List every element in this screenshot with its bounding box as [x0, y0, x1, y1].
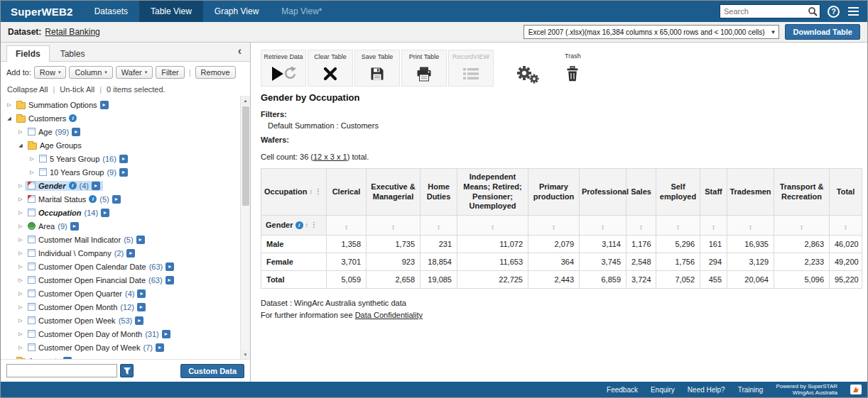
tree-item-customers[interactable]: ◢Customersi: [2, 111, 237, 125]
settings-button[interactable]: [511, 50, 543, 87]
add-field-arrow-icon[interactable]: ▸: [137, 289, 146, 298]
column-sort-cell[interactable]: ▲▼: [457, 216, 528, 236]
info-icon[interactable]: i: [295, 221, 303, 229]
column-sort-cell[interactable]: ▲▼: [830, 216, 862, 236]
footer-link-training[interactable]: Training: [738, 386, 764, 394]
expand-toggle-icon[interactable]: ▷: [28, 156, 36, 162]
tree-item-age[interactable]: ▷Age(99)▸: [2, 125, 237, 138]
footer-link-feedback[interactable]: Feedback: [607, 386, 638, 394]
expand-toggle-icon[interactable]: ▷: [16, 223, 25, 229]
add-field-arrow-icon[interactable]: ▸: [100, 101, 109, 109]
column-header-independent-means-retired-pensioner-unemployed[interactable]: Independent Means; Retired; Pensioner; U…: [457, 169, 528, 216]
save-table-button[interactable]: Save Table: [354, 50, 400, 87]
sort-icon[interactable]: ▲▼: [345, 225, 347, 231]
column-sort-cell[interactable]: ▲▼: [656, 216, 700, 236]
column-header-tradesmen[interactable]: Tradesmen: [727, 169, 774, 216]
column-header-self-employed[interactable]: Self employed: [656, 169, 700, 216]
expand-toggle-icon[interactable]: ▷: [16, 210, 25, 216]
filter-button[interactable]: Filter: [156, 66, 184, 79]
sort-icon[interactable]: ▲▼: [844, 225, 847, 231]
add-field-arrow-icon[interactable]: ▸: [126, 249, 135, 258]
scroll-down-icon[interactable]: ▼: [241, 350, 250, 359]
column-sort-cell[interactable]: ▲▼: [700, 216, 727, 236]
tree-item-gender[interactable]: ▷Genderi(4)▸: [2, 179, 237, 192]
tree-item-customer-open-day-of-week[interactable]: ▷Customer Open Day of Week(7)▸: [2, 341, 237, 354]
add-field-arrow-icon[interactable]: ▸: [136, 236, 145, 244]
expand-toggle-icon[interactable]: ▷: [16, 129, 25, 135]
expand-toggle-icon[interactable]: ▷: [5, 358, 13, 360]
data-confidentiality-link[interactable]: Data Confidentiality: [355, 311, 423, 319]
sort-icon[interactable]: ▲▼: [749, 225, 752, 231]
expand-toggle-icon[interactable]: ▷: [16, 304, 25, 310]
sort-icon[interactable]: ▲▼: [310, 189, 313, 195]
sort-icon[interactable]: ▲▼: [437, 225, 440, 231]
tree-item-summation-options[interactable]: ▷Summation Options▸: [2, 98, 237, 111]
tree-item-area[interactable]: ▷Area(9)▸: [2, 219, 237, 233]
remove-button[interactable]: Remove: [195, 66, 236, 79]
cell-count-link[interactable]: 12 x 3 x 1: [313, 153, 347, 161]
sort-icon[interactable]: ▲▼: [491, 225, 494, 231]
expand-toggle-icon[interactable]: ▷: [16, 277, 25, 283]
expand-toggle-icon[interactable]: ▷: [5, 102, 13, 108]
tab-fields[interactable]: Fields: [6, 45, 50, 62]
expand-toggle-icon[interactable]: ▷: [16, 291, 25, 297]
add-field-arrow-icon[interactable]: ▸: [135, 316, 143, 325]
sort-icon[interactable]: ▲▼: [712, 225, 715, 231]
column-header-professional[interactable]: Professional: [580, 169, 626, 216]
add-field-arrow-icon[interactable]: ▸: [101, 209, 109, 217]
column-header-total[interactable]: Total: [830, 169, 862, 216]
tree-item-age-groups[interactable]: ◢Age Groups: [2, 138, 237, 152]
add-field-arrow-icon[interactable]: ▸: [72, 128, 80, 136]
sort-icon[interactable]: ▲▼: [601, 225, 604, 231]
column-sort-cell[interactable]: ▲▼: [774, 216, 830, 236]
column-sort-cell[interactable]: ▲▼: [727, 216, 774, 236]
column-sort-cell[interactable]: ▲▼: [580, 216, 626, 236]
untick-all-link[interactable]: Un-tick All: [60, 85, 94, 94]
add-field-arrow-icon[interactable]: ▸: [166, 262, 174, 271]
tree-item-customer-open-financial-date[interactable]: ▷Customer Open Financial Date(63)▸: [2, 273, 237, 287]
column-header-executive-managerial[interactable]: Executive & Managerial: [367, 169, 421, 216]
add-field-arrow-icon[interactable]: ▸: [137, 303, 146, 311]
expand-toggle-icon[interactable]: ▷: [16, 197, 25, 202]
add-field-arrow-icon[interactable]: ▸: [119, 155, 128, 163]
clear-table-button[interactable]: Clear Table: [308, 50, 353, 87]
tree-scrollbar[interactable]: ▲ ▼: [240, 96, 250, 359]
collapse-toggle-icon[interactable]: ◢: [16, 143, 25, 148]
footer-link-need-help[interactable]: Need Help?: [688, 386, 725, 394]
tree-item-customer-mail-indicator[interactable]: ▷Customer Mail Indicator(5)▸: [2, 233, 237, 246]
row-dimension-header[interactable]: Genderi▲▼⋮: [261, 216, 327, 236]
add-field-arrow-icon[interactable]: ▸: [112, 195, 121, 204]
export-format-select[interactable]: Excel 2007 (.xlsx)(max 16,384 columns x …: [523, 25, 780, 39]
scrollbar-thumb[interactable]: [242, 106, 249, 206]
column-header-staff[interactable]: Staff: [700, 169, 727, 216]
expand-toggle-icon[interactable]: ▷: [16, 237, 25, 243]
column-header-home-duties[interactable]: Home Duties: [421, 169, 457, 216]
tree-item-customer-open-week[interactable]: ▷Customer Open Week(53)▸: [2, 314, 237, 327]
tree-item-customer-open-quarter[interactable]: ▷Customer Open Quarter(4)▸: [2, 287, 237, 300]
add-to-row-button[interactable]: Row ▾: [34, 66, 67, 79]
kebab-menu-icon[interactable]: ⋮: [315, 187, 322, 197]
column-sort-cell[interactable]: ▲▼: [626, 216, 656, 236]
field-search-input[interactable]: [6, 364, 117, 377]
tree-item-10-years-group[interactable]: ▷10 Years Group(9)▸: [2, 165, 237, 179]
tree-item-customer-open-calendar-date[interactable]: ▷Customer Open Calendar Date(63)▸: [2, 260, 237, 273]
add-field-arrow-icon[interactable]: ▸: [70, 222, 79, 231]
column-header-primary-production[interactable]: Primary production: [528, 169, 580, 216]
tree-item-5-years-group[interactable]: ▷5 Years Group(16)▸: [2, 152, 237, 165]
menu-icon[interactable]: [847, 6, 860, 17]
column-header-transport-recreation[interactable]: Transport & Recreation: [774, 169, 830, 216]
trash-button[interactable]: Trash: [560, 50, 585, 87]
info-icon[interactable]: i: [69, 114, 77, 122]
expand-toggle-icon[interactable]: ▷: [28, 170, 36, 175]
footer-link-enquiry[interactable]: Enquiry: [651, 386, 675, 394]
add-to-column-button[interactable]: Column ▾: [69, 66, 112, 79]
column-sort-cell[interactable]: ▲▼: [421, 216, 457, 236]
add-field-arrow-icon[interactable]: ▸: [162, 330, 170, 338]
expand-toggle-icon[interactable]: ▷: [16, 264, 25, 270]
sort-icon[interactable]: ▲▼: [552, 225, 555, 231]
dataset-name-link[interactable]: Retail Banking: [45, 27, 99, 37]
info-icon[interactable]: i: [89, 195, 97, 203]
tree-item-occupation[interactable]: ▷Occupation(14)▸: [2, 206, 237, 219]
expand-toggle-icon[interactable]: ▷: [16, 331, 25, 337]
add-field-arrow-icon[interactable]: ▸: [63, 357, 72, 360]
